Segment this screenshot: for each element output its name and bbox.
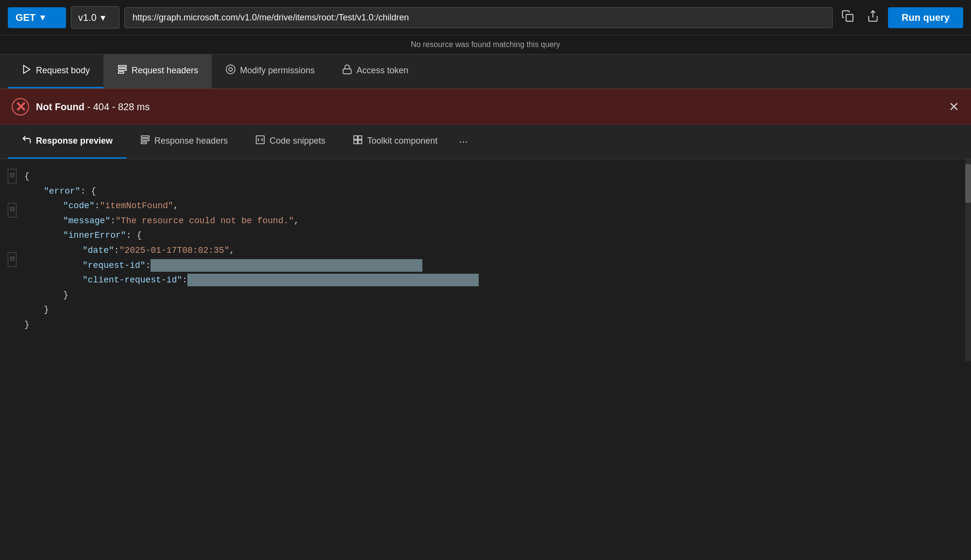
method-label: GET [16, 12, 35, 23]
copy-url-button[interactable] [837, 6, 858, 29]
toolkit-component-icon [352, 134, 363, 148]
version-label: v1.0 [78, 12, 97, 23]
tab-response-headers-label: Response headers [154, 136, 228, 146]
tab-response-preview-label: Response preview [36, 136, 113, 146]
json-viewer[interactable]: ⊟ ⊟ ⊟ { "error" : [0, 159, 971, 361]
request-headers-icon [117, 64, 128, 77]
line-numbers: ⊟ ⊟ ⊟ [0, 169, 24, 351]
method-chevron-icon: ▾ [40, 12, 45, 23]
url-input[interactable] [124, 7, 833, 28]
json-line-5: "innerError" : { [63, 228, 961, 243]
tab-access-token-label: Access token [356, 66, 408, 76]
json-line-10: } [44, 302, 961, 317]
json-line-11: } [24, 317, 961, 332]
tab-code-snippets-label: Code snippets [269, 136, 325, 146]
tab-request-headers-label: Request headers [132, 66, 198, 76]
no-resource-message: No resource was found matching this quer… [0, 35, 971, 54]
tab-toolkit-component[interactable]: Toolkit component [339, 125, 451, 159]
error-message: Not Found - 404 - 828 ms [36, 101, 150, 113]
svg-rect-16 [358, 140, 362, 144]
svg-marker-2 [24, 66, 30, 74]
svg-rect-8 [343, 69, 352, 74]
more-tabs-button[interactable]: ··· [451, 126, 475, 158]
tab-request-headers[interactable]: Request headers [103, 54, 212, 88]
close-error-button[interactable]: ✕ [949, 99, 959, 115]
tab-response-preview[interactable]: Response preview [8, 125, 126, 159]
json-line-6: "date" : "2025-01-17T08:02:35" , [83, 243, 961, 258]
svg-rect-5 [118, 72, 124, 74]
json-code-content: { "error" : { "code" : "itemNotFound" , … [24, 169, 971, 351]
error-circle-icon: ✕ [12, 98, 29, 115]
tab-toolkit-component-label: Toolkit component [367, 136, 437, 146]
request-body-icon [21, 64, 32, 77]
json-line-9: } [63, 288, 961, 303]
scrollbar-thumb[interactable] [965, 164, 971, 203]
access-token-icon [342, 64, 352, 77]
tab-modify-permissions-label: Modify permissions [240, 66, 315, 76]
json-line-7: "request-id" : [83, 258, 961, 273]
svg-rect-3 [118, 66, 127, 67]
run-query-button[interactable]: Run query [888, 7, 963, 28]
modify-permissions-icon [225, 64, 236, 77]
svg-point-7 [229, 67, 233, 71]
svg-rect-4 [118, 68, 127, 70]
version-dropdown[interactable]: v1.0 ▾ [71, 6, 119, 29]
response-code-area: ⊟ ⊟ ⊟ { "error" : [0, 159, 971, 361]
tab-response-headers[interactable]: Response headers [126, 125, 241, 159]
method-dropdown[interactable]: GET ▾ [8, 7, 66, 28]
error-banner: ✕ Not Found - 404 - 828 ms ✕ [0, 89, 971, 125]
svg-rect-15 [354, 140, 357, 144]
top-bar: GET ▾ v1.0 ▾ Run query [0, 0, 971, 35]
tab-request-body[interactable]: Request body [8, 54, 103, 88]
json-line-8: "client-request-id" : [83, 273, 961, 288]
svg-rect-11 [141, 142, 147, 144]
svg-rect-10 [141, 139, 150, 141]
version-chevron-icon: ▾ [100, 12, 105, 23]
json-line-1: { [24, 169, 961, 184]
tab-code-snippets[interactable]: Code snippets [241, 125, 339, 159]
request-tabs-bar: Request body Request headers Modify perm… [0, 54, 971, 89]
svg-rect-12 [256, 136, 265, 144]
json-line-2: "error" : { [44, 184, 961, 199]
svg-rect-0 [846, 15, 853, 21]
tab-request-body-label: Request body [36, 66, 90, 76]
svg-rect-13 [354, 136, 357, 139]
json-line-4: "message" : "The resource could not be f… [63, 214, 961, 229]
json-line-3: "code" : "itemNotFound" , [63, 198, 961, 214]
response-headers-icon [140, 134, 151, 148]
code-snippets-icon [255, 134, 266, 148]
share-button[interactable] [863, 6, 883, 29]
svg-rect-14 [358, 136, 362, 139]
vertical-scrollbar[interactable] [965, 159, 971, 361]
response-preview-icon [21, 134, 32, 148]
svg-point-6 [226, 65, 235, 74]
tab-access-token[interactable]: Access token [328, 54, 422, 88]
svg-rect-9 [141, 136, 150, 138]
response-tabs-bar: Response preview Response headers Code s… [0, 125, 971, 159]
tab-modify-permissions[interactable]: Modify permissions [212, 54, 328, 88]
